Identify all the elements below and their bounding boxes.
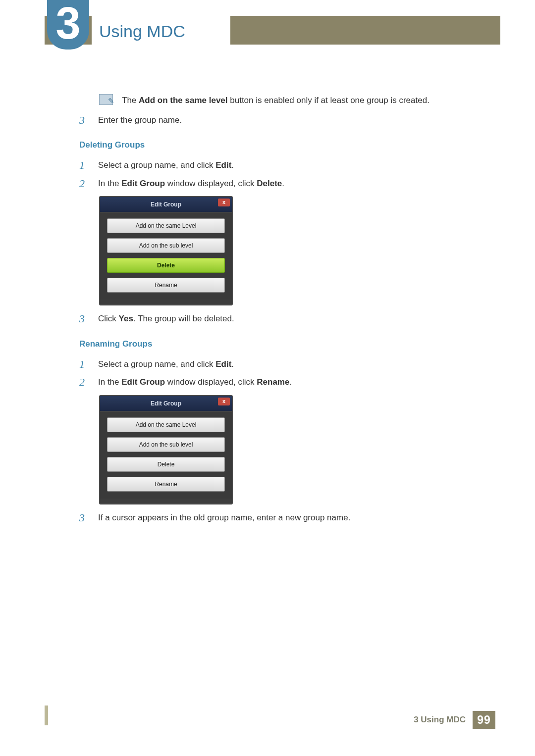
step-row: 1 Select a group name, and click Edit. (79, 159, 495, 172)
delete-button[interactable]: Delete (107, 258, 225, 273)
t: window displayed, click (165, 179, 257, 188)
t: Yes (119, 314, 133, 323)
note-text: The Add on the same level button is enab… (122, 94, 429, 107)
step-row: 3 Click Yes. The group will be deleted. (79, 312, 495, 325)
step-text: Select a group name, and click Edit. (98, 358, 234, 371)
step-row: 1 Select a group name, and click Edit. (79, 358, 495, 371)
rename-button[interactable]: Rename (107, 477, 225, 492)
t: . (289, 377, 292, 387)
t: . (231, 160, 234, 170)
dialog-title: Edit Group x (100, 396, 232, 411)
footer-chapter-label: 3 Using MDC (414, 713, 466, 726)
note-icon (99, 94, 113, 105)
step-row: 3 Enter the group name. (79, 114, 495, 127)
step-row: 3 If a cursor appears in the old group n… (79, 511, 495, 524)
t: Delete (257, 179, 282, 188)
subheading-deleting: Deleting Groups (79, 139, 495, 151)
step-number: 3 (79, 114, 89, 127)
t: Select a group name, and click (98, 359, 215, 369)
t: Edit (215, 359, 231, 369)
note-text-pre: The (122, 96, 139, 105)
page-footer: 3 Using MDC 99 (414, 711, 495, 729)
t: window displayed, click (165, 377, 257, 387)
step-number: 3 (79, 312, 89, 325)
dialog-body: Add on the same Level Add on the sub lev… (100, 411, 232, 499)
note-text-bold: Add on the same level (139, 96, 228, 105)
step-number: 2 (79, 177, 89, 190)
step-row: 2 In the Edit Group window displayed, cl… (79, 177, 495, 190)
add-same-level-button[interactable]: Add on the same Level (107, 218, 225, 233)
t: In the (98, 377, 121, 387)
dialog-title-text: Edit Group (151, 400, 181, 407)
add-sub-level-button[interactable]: Add on the sub level (107, 437, 225, 452)
step-text: In the Edit Group window displayed, clic… (98, 177, 284, 190)
step-number: 1 (79, 159, 89, 172)
dialog-title: Edit Group x (100, 197, 232, 212)
chapter-number-badge: 3 (47, 0, 89, 50)
step-row: 2 In the Edit Group window displayed, cl… (79, 376, 495, 389)
step-text: Enter the group name. (98, 114, 182, 127)
step-text: Click Yes. The group will be deleted. (98, 312, 234, 325)
t: Edit Group (121, 179, 165, 188)
footer-page-number: 99 (473, 711, 495, 729)
t: . The group will be deleted. (133, 314, 234, 323)
t: Edit (215, 160, 231, 170)
t: . (282, 179, 284, 188)
step-text: If a cursor appears in the old group nam… (98, 511, 350, 524)
step-number: 3 (79, 511, 89, 524)
left-rail-accent (45, 706, 48, 725)
note-text-post: button is enabled only if at least one g… (228, 96, 429, 105)
rename-button[interactable]: Rename (107, 278, 225, 293)
t: Select a group name, and click (98, 160, 215, 170)
t: Rename (257, 377, 289, 387)
delete-button[interactable]: Delete (107, 457, 225, 472)
step-number: 1 (79, 358, 89, 371)
add-same-level-button[interactable]: Add on the same Level (107, 417, 225, 432)
chapter-title: Using MDC (99, 19, 185, 44)
subheading-renaming: Renaming Groups (79, 338, 495, 351)
step-number: 2 (79, 376, 89, 389)
page-content: The Add on the same level button is enab… (79, 94, 495, 529)
add-sub-level-button[interactable]: Add on the sub level (107, 238, 225, 253)
step-text: In the Edit Group window displayed, clic… (98, 376, 292, 389)
t: . (231, 359, 234, 369)
close-icon[interactable]: x (218, 398, 230, 405)
close-icon[interactable]: x (218, 199, 230, 206)
dialog-title-text: Edit Group (151, 201, 181, 208)
t: Click (98, 314, 119, 323)
note-row: The Add on the same level button is enab… (99, 94, 495, 107)
edit-group-dialog: Edit Group x Add on the same Level Add o… (99, 395, 233, 504)
t: Edit Group (121, 377, 165, 387)
step-text: Select a group name, and click Edit. (98, 159, 234, 172)
edit-group-dialog: Edit Group x Add on the same Level Add o… (99, 196, 233, 305)
dialog-body: Add on the same Level Add on the sub lev… (100, 212, 232, 300)
t: In the (98, 179, 121, 188)
